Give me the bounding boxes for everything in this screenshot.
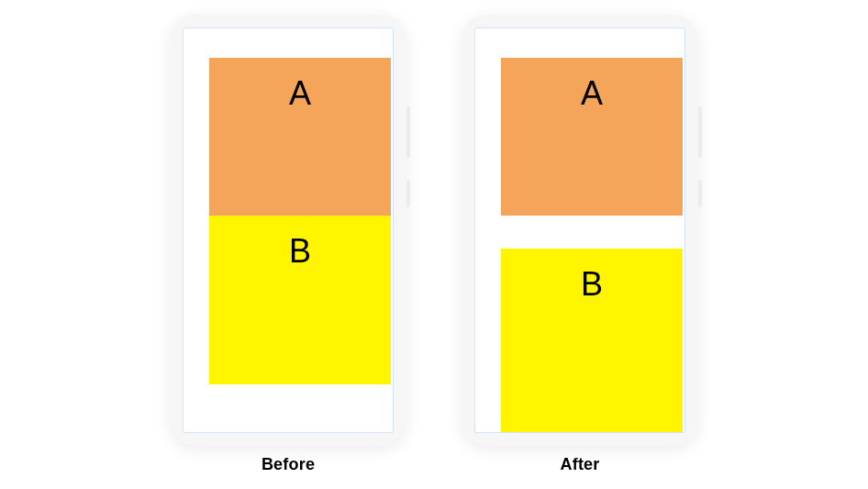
block-a-after: A	[501, 58, 683, 216]
caption-after: After	[560, 455, 599, 474]
volume-button-icon	[406, 106, 410, 158]
phone-screen-before: A B	[183, 28, 394, 433]
caption-before: Before	[262, 455, 315, 474]
phone-side-buttons	[406, 106, 410, 207]
volume-button-icon	[698, 106, 702, 158]
phone-side-buttons	[698, 106, 702, 207]
panel-after: A B After	[462, 15, 698, 474]
panel-before: A B Before	[170, 15, 406, 474]
phone-frame-before: A B	[170, 15, 406, 446]
block-b-after: B	[501, 249, 683, 432]
power-button-icon	[406, 180, 410, 207]
phone-screen-after: A B	[474, 28, 685, 433]
block-b-before: B	[209, 216, 391, 384]
power-button-icon	[698, 180, 702, 207]
phone-frame-after: A B	[462, 15, 698, 446]
block-a-before: A	[209, 58, 391, 216]
